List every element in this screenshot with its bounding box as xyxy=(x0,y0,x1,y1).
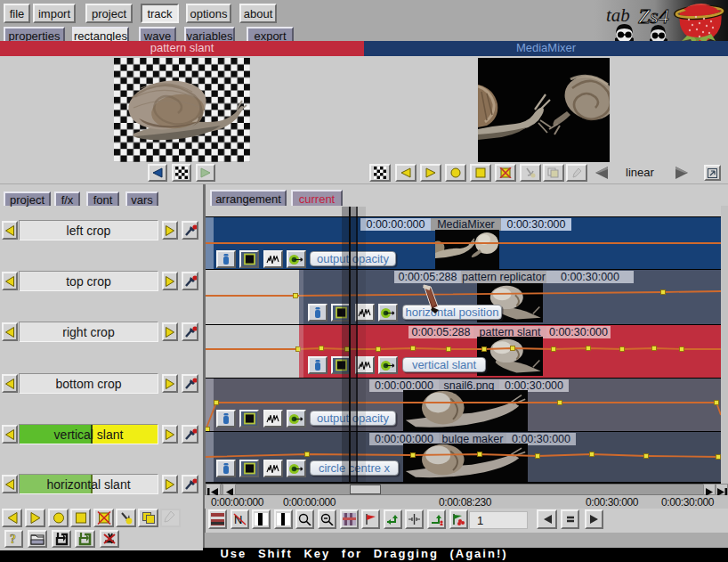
svg-text:tab: tab xyxy=(606,4,630,26)
svg-text:?: ? xyxy=(10,533,16,546)
svg-text:Zs4: Zs4 xyxy=(638,4,669,28)
